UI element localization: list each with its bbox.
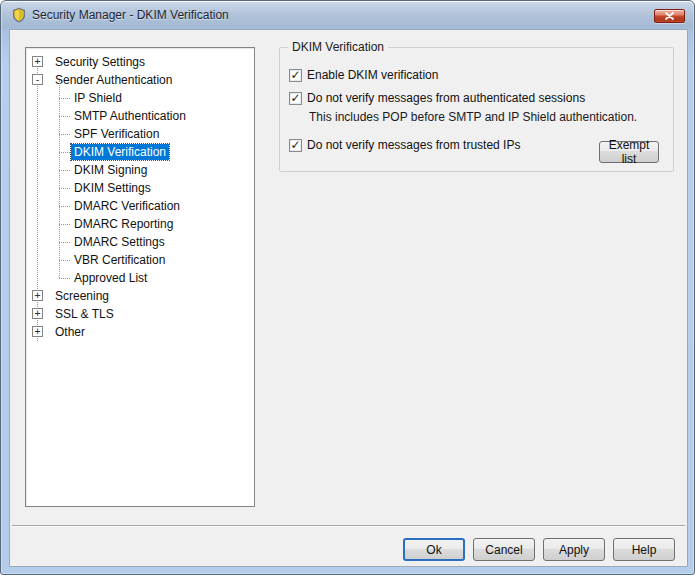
note-text: This includes POP before SMTP and IP Shi… (309, 110, 637, 124)
tree-item-approved-list[interactable]: Approved List (26, 269, 254, 287)
window-title: Security Manager - DKIM Verification (32, 8, 229, 22)
dialog-window: Security Manager - DKIM Verification +Se… (0, 0, 695, 575)
settings-tree[interactable]: +Security Settings-Sender Authentication… (25, 47, 255, 507)
tree-item-label[interactable]: DKIM Settings (71, 180, 154, 196)
tree-item-dmarc-reporting[interactable]: DMARC Reporting (26, 215, 254, 233)
close-button[interactable] (654, 9, 685, 23)
ok-button[interactable]: Ok (403, 538, 465, 561)
tree-item-ip-shield[interactable]: IP Shield (26, 89, 254, 107)
tree-item-dkim-verification[interactable]: DKIM Verification (26, 143, 254, 161)
tree-item-vbr-certification[interactable]: VBR Certification (26, 251, 254, 269)
checkbox-label[interactable]: Do not verify messages from trusted IPs (307, 138, 520, 152)
tree-item-label[interactable]: Screening (52, 288, 112, 304)
checkbox-label[interactable]: Enable DKIM verification (307, 68, 438, 82)
checkbox-icon[interactable]: ✓ (289, 139, 302, 152)
cancel-button[interactable]: Cancel (473, 538, 535, 561)
tree-item-sender-authentication[interactable]: -Sender Authentication (26, 71, 254, 89)
expand-icon[interactable]: + (32, 290, 43, 301)
tree-item-label[interactable]: VBR Certification (71, 252, 168, 268)
tree-item-smtp-authentication[interactable]: SMTP Authentication (26, 107, 254, 125)
tree-item-label[interactable]: DMARC Reporting (71, 216, 176, 232)
tree-item-label[interactable]: Approved List (71, 270, 150, 286)
close-icon (665, 12, 674, 20)
tree-item-label[interactable]: SMTP Authentication (71, 108, 189, 124)
expand-icon[interactable]: + (32, 308, 43, 319)
client-area: +Security Settings-Sender Authentication… (9, 29, 688, 567)
tree-item-security-settings[interactable]: +Security Settings (26, 53, 254, 71)
dkim-verification-group: DKIM Verification ✓ Enable DKIM verifica… (279, 47, 674, 172)
tree-item-label[interactable]: DMARC Settings (71, 234, 168, 250)
tree-item-label[interactable]: DKIM Verification (71, 144, 169, 160)
checkbox-icon[interactable]: ✓ (289, 92, 302, 105)
help-button[interactable]: Help (613, 538, 675, 561)
tree-item-ssl-tls[interactable]: +SSL & TLS (26, 305, 254, 323)
collapse-icon[interactable]: - (32, 74, 43, 85)
expand-icon[interactable]: + (32, 326, 43, 337)
tree-item-label[interactable]: Security Settings (52, 54, 148, 70)
footer-divider (12, 525, 685, 527)
expand-icon[interactable]: + (32, 56, 43, 67)
tree-item-label[interactable]: Sender Authentication (52, 72, 175, 88)
exempt-list-button[interactable]: Exempt list (599, 141, 659, 163)
tree-item-label[interactable]: Other (52, 324, 88, 340)
tree-item-label[interactable]: SPF Verification (71, 126, 162, 142)
tree-item-dmarc-settings[interactable]: DMARC Settings (26, 233, 254, 251)
group-box-title: DKIM Verification (288, 40, 388, 54)
tree-item-dkim-signing[interactable]: DKIM Signing (26, 161, 254, 179)
tree-item-dmarc-verification[interactable]: DMARC Verification (26, 197, 254, 215)
apply-button[interactable]: Apply (543, 538, 605, 561)
tree-item-spf-verification[interactable]: SPF Verification (26, 125, 254, 143)
tree-connector-line (59, 80, 60, 278)
tree-item-label[interactable]: SSL & TLS (52, 306, 117, 322)
option-no-verify-trusted-ips[interactable]: ✓ Do not verify messages from trusted IP… (289, 138, 520, 152)
tree-item-other[interactable]: +Other (26, 323, 254, 341)
tree-item-label[interactable]: IP Shield (71, 90, 125, 106)
tree-item-dkim-settings[interactable]: DKIM Settings (26, 179, 254, 197)
shield-icon (11, 7, 27, 23)
tree-item-screening[interactable]: +Screening (26, 287, 254, 305)
checkbox-icon[interactable]: ✓ (289, 69, 302, 82)
tree-item-label[interactable]: DKIM Signing (71, 162, 150, 178)
option-no-verify-authenticated[interactable]: ✓ Do not verify messages from authentica… (289, 91, 585, 105)
title-bar[interactable]: Security Manager - DKIM Verification (1, 1, 694, 29)
checkbox-label[interactable]: Do not verify messages from authenticate… (307, 91, 585, 105)
tree-rows: +Security Settings-Sender Authentication… (26, 48, 254, 341)
tree-item-label[interactable]: DMARC Verification (71, 198, 183, 214)
option-enable-dkim-verification[interactable]: ✓ Enable DKIM verification (289, 68, 438, 82)
